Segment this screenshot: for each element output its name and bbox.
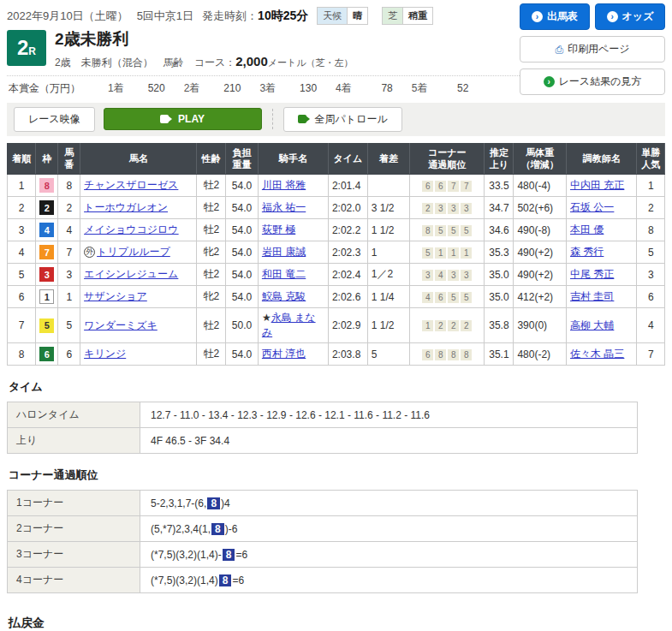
prize-rank: 2着 xyxy=(184,81,200,96)
video-camera-icon xyxy=(160,115,172,123)
corner-4-order: (*7,5)(3,2)(1,4)8=6 xyxy=(140,568,638,593)
horse-name-link[interactable]: トリプルループ xyxy=(97,246,170,258)
corner-pos: 8 xyxy=(435,349,446,360)
corner-pos: 2 xyxy=(448,320,459,331)
col-header-horse-number: 馬 番 xyxy=(58,143,80,175)
table-row: 2コーナー (5,*7)2,3,4(1,8)-6 xyxy=(8,516,638,542)
patrol-label: 全周パトロール xyxy=(315,112,388,127)
prize-amount: 78 xyxy=(355,82,393,94)
last-3f-time: 33.5 xyxy=(485,175,514,197)
col-header-horse-weight: 馬体重 （増減） xyxy=(514,143,567,175)
col-header-corner-order: コーナー 通過順位 xyxy=(410,143,485,175)
meet-info: 5回中京1日 xyxy=(137,9,193,24)
race-result-page: › 出馬表 › オッズ ⎙ 印刷用ページ › レース結果の見方 2022年9月1… xyxy=(0,0,672,631)
jockey-link[interactable]: 川田 将雅 xyxy=(262,179,306,191)
last-3f-time: 34.7 xyxy=(485,197,514,219)
trainer-link[interactable]: 森 秀行 xyxy=(570,246,604,258)
horse-name-link[interactable]: トーホウガレオン xyxy=(84,201,168,213)
print-page-button[interactable]: ⎙ 印刷用ページ xyxy=(520,36,665,63)
results-header-row: 着順 枠 馬 番 馬名 性齢 負担 重量 騎手名 タイム 着差 コーナー 通過順… xyxy=(8,143,665,175)
prize-rank: 4着 xyxy=(336,81,352,96)
result-row: 7 5 5 ワンダーミズキ 牡2 50.0 ★永島 まなみ 2:02.9 1 1… xyxy=(8,308,665,343)
win-popularity: 4 xyxy=(637,308,665,343)
weight-carried: 54.0 xyxy=(226,343,259,366)
corner-pos: 6 xyxy=(435,292,446,303)
print-page-label: 印刷用ページ xyxy=(568,42,630,57)
play-label: PLAY xyxy=(178,113,205,125)
corner-order-text: (*7,5)(3,2)(1,4) xyxy=(151,574,218,586)
horse-weight: 412(+2) xyxy=(514,286,567,308)
corner-order-table: 1コーナー 5-2,3,1,7-(6,8)4 2コーナー (5,*7)2,3,4… xyxy=(7,490,638,593)
race-video-label: レース映像 xyxy=(28,112,80,127)
frame-number-badge: 8 xyxy=(39,178,54,193)
corner-pos: 1 xyxy=(461,247,472,259)
frame-number-badge: 6 xyxy=(39,347,54,361)
finish-time: 2:02.4 xyxy=(328,264,367,286)
margin xyxy=(367,175,409,197)
corner-order: 1222 xyxy=(410,308,485,343)
table-row: ハロンタイム 12.7 - 11.0 - 13.4 - 12.3 - 12.9 … xyxy=(8,402,638,428)
patrol-video-button[interactable]: 全周パトロール xyxy=(283,107,402,132)
horse-name-link[interactable]: チャンスザローゼス xyxy=(84,179,178,191)
trainer-link[interactable]: 高柳 大輔 xyxy=(570,319,614,331)
win-popularity: 1 xyxy=(637,175,665,197)
prize-amount: 52 xyxy=(431,82,468,94)
result-row: 5 3 3 エイシンレジューム 牡2 54.0 和田 竜二 2:02.4 1／2… xyxy=(8,264,665,286)
result-row: 4 7 7 外トリプルループ 牝2 54.0 岩田 康誠 2:02.3 1 51… xyxy=(8,241,665,264)
corner-order: 8555 xyxy=(410,219,485,241)
shutsuba-button[interactable]: › 出馬表 xyxy=(520,3,590,30)
horse-number: 7 xyxy=(58,241,80,264)
race-distance: 2,000 xyxy=(235,54,268,68)
result-guide-button[interactable]: › レース結果の見方 xyxy=(520,68,665,95)
jockey-link[interactable]: 岩田 康誠 xyxy=(262,246,306,258)
jockey-link[interactable]: 福永 祐一 xyxy=(262,201,306,213)
weight-carried: 54.0 xyxy=(226,219,259,241)
finish-time: 2:03.8 xyxy=(328,343,367,366)
trainer-link[interactable]: 本田 優 xyxy=(570,223,604,235)
lap-time-table: ハロンタイム 12.7 - 11.0 - 13.4 - 12.3 - 12.9 … xyxy=(7,402,638,454)
horse-name-link[interactable]: エイシンレジューム xyxy=(84,268,178,280)
result-row: 1 8 8 チャンスザローゼス 牡2 54.0 川田 将雅 2:01.4 667… xyxy=(8,175,665,197)
trainer-link[interactable]: 中内田 充正 xyxy=(570,179,624,191)
finish-time: 2:02.6 xyxy=(328,286,367,308)
prize-amount: 210 xyxy=(203,82,241,94)
finish-position: 8 xyxy=(8,343,36,366)
race-video-button[interactable]: レース映像 xyxy=(14,107,95,132)
play-button[interactable]: PLAY xyxy=(104,108,262,130)
col-header-finish: 着順 xyxy=(8,143,36,175)
start-time-value: 10時25分 xyxy=(258,9,308,22)
arrow-circle-green-icon: › xyxy=(544,76,555,87)
corner-pos: 4 xyxy=(435,270,446,281)
last-3f-time: 35.8 xyxy=(485,308,514,343)
trainer-link[interactable]: 吉村 圭司 xyxy=(570,290,614,302)
corner-order: 6888 xyxy=(410,343,485,366)
jockey-link[interactable]: 鮫島 克駿 xyxy=(262,290,306,302)
race-distance-unit: メートル（芝・左） xyxy=(268,57,354,68)
result-row: 2 2 2 トーホウガレオン 牡2 54.0 福永 祐一 2:02.0 3 1/… xyxy=(8,197,665,219)
weather-badge: 天候 晴 xyxy=(317,7,368,25)
col-header-win-popularity: 単勝 人気 xyxy=(637,143,665,175)
payout-section-title: 払戻金 xyxy=(9,616,665,631)
frame-number-badge: 5 xyxy=(39,318,54,333)
trainer-link[interactable]: 石坂 公一 xyxy=(570,201,614,213)
trainer-link[interactable]: 中尾 秀正 xyxy=(570,268,614,280)
weight-carried: 50.0 xyxy=(226,308,259,343)
corner-order: 2333 xyxy=(410,197,485,219)
jockey-link[interactable]: 西村 淳也 xyxy=(262,348,306,360)
horse-name-link[interactable]: メイショウコジロウ xyxy=(84,223,179,235)
furlong-time-value: 12.7 - 11.0 - 13.4 - 12.3 - 12.9 - 12.6 … xyxy=(140,402,638,428)
jockey-link[interactable]: 荻野 極 xyxy=(262,223,295,235)
corner-order: 3433 xyxy=(410,264,485,286)
finish-time: 2:02.2 xyxy=(328,219,367,241)
trainer-link[interactable]: 佐々木 晶三 xyxy=(570,348,624,360)
horse-name-link[interactable]: ワンダーミズキ xyxy=(84,319,158,331)
finish-position: 6 xyxy=(8,286,36,308)
table-row: 4コーナー (*7,5)(3,2)(1,4)8=6 xyxy=(8,568,638,593)
horse-name-link[interactable]: サザンショア xyxy=(84,290,147,302)
corner-pos: 7 xyxy=(448,181,459,192)
jockey-link[interactable]: 和田 竜二 xyxy=(262,268,306,280)
last-3f-time: 35.0 xyxy=(485,286,514,308)
odds-button[interactable]: › オッズ xyxy=(595,3,665,30)
horse-name-link[interactable]: キリンジ xyxy=(84,348,126,360)
win-popularity: 2 xyxy=(637,197,665,219)
